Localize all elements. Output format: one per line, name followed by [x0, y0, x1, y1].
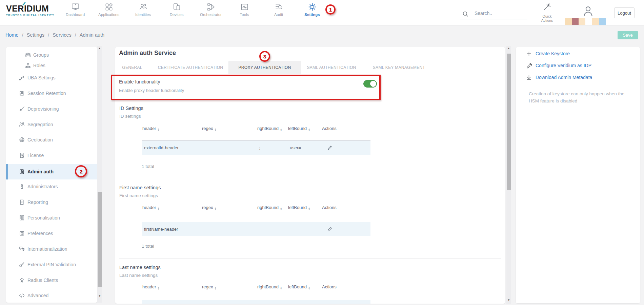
- edit-pencil-icon[interactable]: [327, 226, 333, 232]
- section-divider: [119, 258, 501, 259]
- code-icon: [19, 292, 25, 299]
- table-row: externalId-header ; user=: [142, 140, 370, 155]
- section-divider: [119, 179, 501, 179]
- nav-item-identities[interactable]: Identities: [127, 2, 159, 23]
- column-rightbound[interactable]: rightBound▲▼: [257, 126, 287, 131]
- tab-saml-authentication[interactable]: SAML AUTHENTICATION: [307, 61, 356, 74]
- sort-icon: ▲▼: [215, 128, 217, 131]
- table-header-row: header▲▼ regex▲▼ rightBound▲▼ leftBound▲…: [142, 205, 370, 210]
- column-header[interactable]: header▲▼: [142, 205, 201, 210]
- column-regex[interactable]: regex▲▼: [201, 284, 257, 290]
- sidebar-item-reporting[interactable]: Reporting: [6, 195, 97, 210]
- edit-pencil-icon[interactable]: [327, 145, 333, 151]
- breadcrumb: Home / Settings / Services / Admin auth: [5, 25, 104, 44]
- nav-item-applications[interactable]: Applications: [93, 2, 124, 23]
- scroll-down-arrow[interactable]: ▼: [97, 294, 102, 298]
- row-count: 1 total: [142, 244, 154, 249]
- sidebar-item-segregation[interactable]: Segregation: [6, 117, 97, 132]
- scroll-down-arrow[interactable]: ▼: [506, 298, 511, 302]
- scroll-up-arrow[interactable]: ▲: [97, 46, 102, 51]
- sort-icon: ▲▼: [280, 128, 282, 131]
- scroll-up-arrow[interactable]: ▲: [506, 46, 511, 51]
- column-rightbound[interactable]: rightBound▲▼: [257, 284, 287, 290]
- column-regex[interactable]: regex▲▼: [201, 205, 257, 210]
- tab-proxy-authentication[interactable]: PROXY AUTHENTICATION: [228, 61, 301, 74]
- configure-veridium-idp-link[interactable]: Configure Veridium as IDP: [526, 62, 591, 69]
- link-label: Download Admin Metadata: [536, 75, 592, 80]
- sidebar-item-personalisation[interactable]: Personalisation: [6, 210, 97, 225]
- scrollbar-thumb[interactable]: [98, 192, 102, 287]
- quick-actions-button[interactable]: Quick Actions: [537, 3, 557, 22]
- sidebar-item-geolocation[interactable]: Geolocation: [6, 132, 97, 147]
- reporting-icon: [19, 199, 25, 206]
- sidebar-item-administrators[interactable]: Administrators: [6, 179, 97, 194]
- nav-item-tools[interactable]: Tools: [229, 2, 260, 23]
- breadcrumb-services[interactable]: Services: [53, 32, 72, 38]
- column-leftbound[interactable]: leftBound▲▼: [287, 205, 321, 210]
- key-icon: [19, 262, 25, 268]
- segregation-icon: [19, 121, 25, 128]
- sidebar-item-label: UBA Settings: [27, 75, 56, 80]
- save-button[interactable]: Save: [618, 31, 638, 39]
- sidebar-item-external-pin-validation[interactable]: External PIN Validation: [6, 257, 97, 272]
- column-leftbound[interactable]: leftBound▲▼: [287, 284, 321, 290]
- sidebar-item-label: Admin auth: [27, 169, 54, 174]
- sidebar-item-license[interactable]: License: [6, 148, 97, 163]
- keystore-note: Creation of keystore can only happen whe…: [529, 90, 632, 104]
- nav-item-dashboard[interactable]: Dashboard: [60, 2, 91, 23]
- create-keystore-link[interactable]: Create Keystore: [526, 50, 570, 57]
- nav-item-devices[interactable]: Devices: [161, 2, 192, 23]
- sidebar-item-label: Session Retention: [27, 91, 66, 96]
- sidebar-item-preferences[interactable]: Preferences: [6, 226, 97, 241]
- sidebar-item-groups[interactable]: Groups: [6, 50, 97, 60]
- table-header-row: header▲▼ regex▲▼ rightBound▲▼ leftBound▲…: [142, 284, 370, 290]
- search-icon: [462, 11, 469, 18]
- sort-icon: ▲▼: [215, 287, 217, 290]
- tools-icon: [229, 2, 260, 12]
- sidebar-item-uba-settings[interactable]: UBA Settings: [6, 70, 97, 85]
- veridium-logo[interactable]: VERIDIUM ✔ TRUSTED DIGITAL IDENTITY: [6, 4, 57, 17]
- nav-item-audit[interactable]: Audit: [263, 2, 294, 23]
- column-header[interactable]: header▲▼: [142, 126, 201, 131]
- search-input[interactable]: [474, 10, 525, 16]
- breadcrumb-settings[interactable]: Settings: [27, 32, 44, 38]
- scrollbar-thumb[interactable]: [507, 54, 511, 190]
- nav-item-settings[interactable]: Settings: [297, 2, 328, 23]
- column-leftbound[interactable]: leftBound▲▼: [287, 126, 321, 131]
- sidebar-item-session-retention[interactable]: Session Retention: [6, 86, 97, 101]
- breadcrumb-home[interactable]: Home: [5, 32, 19, 38]
- link-label: Create Keystore: [536, 51, 570, 56]
- sidebar-item-internationalization[interactable]: A Internationalization: [6, 242, 97, 256]
- nav-label: Settings: [297, 13, 328, 17]
- user-avatar-icon[interactable]: [582, 5, 595, 19]
- download-admin-metadata-link[interactable]: Download Admin Metadata: [526, 74, 592, 81]
- sort-icon: ▲▼: [157, 128, 159, 131]
- column-actions: Actions: [321, 284, 370, 290]
- nav-item-orchestrator[interactable]: Orchestrator: [195, 2, 226, 23]
- cell-actions: [321, 226, 370, 232]
- sidebar-scrollbar[interactable]: ▲ ▼: [97, 46, 102, 303]
- sidebar-item-roles[interactable]: Roles: [6, 60, 97, 71]
- nav-label: Identities: [127, 13, 159, 17]
- sidebar-item-radius-clients[interactable]: Radius Clients: [6, 273, 97, 288]
- column-header[interactable]: header▲▼: [142, 284, 201, 290]
- top-bar: VERIDIUM ✔ TRUSTED DIGITAL IDENTITY Dash…: [0, 0, 644, 25]
- orchestrator-icon: [195, 2, 226, 12]
- plus-icon: [526, 51, 532, 57]
- column-rightbound[interactable]: rightBound▲▼: [257, 205, 287, 210]
- sidebar-item-advanced[interactable]: Advanced: [6, 288, 97, 303]
- tab-general[interactable]: GENERAL: [122, 61, 142, 74]
- logout-button[interactable]: Logout: [614, 7, 635, 18]
- logo-wordmark: VERIDIUM: [6, 4, 57, 13]
- sidebar-item-deprovisioning[interactable]: Deprovisioning: [6, 101, 97, 116]
- tab-saml-key-management[interactable]: SAML KEY MANAGEMENT: [373, 61, 425, 74]
- column-regex[interactable]: regex▲▼: [201, 126, 257, 131]
- section-title: ID Settings: [119, 106, 143, 111]
- cell-actions: [321, 145, 370, 151]
- logo-check-icon: ✔: [22, 0, 26, 7]
- main-scrollbar[interactable]: ▲ ▼: [506, 46, 511, 304]
- tab-certificate-authentication[interactable]: CERTIFICATE AUTHENTICATION: [158, 61, 223, 74]
- radius-clients-icon: [19, 277, 25, 284]
- table-header-row: header▲▼ regex▲▼ rightBound▲▼ leftBound▲…: [142, 126, 370, 131]
- sidebar-item-label: License: [27, 153, 44, 158]
